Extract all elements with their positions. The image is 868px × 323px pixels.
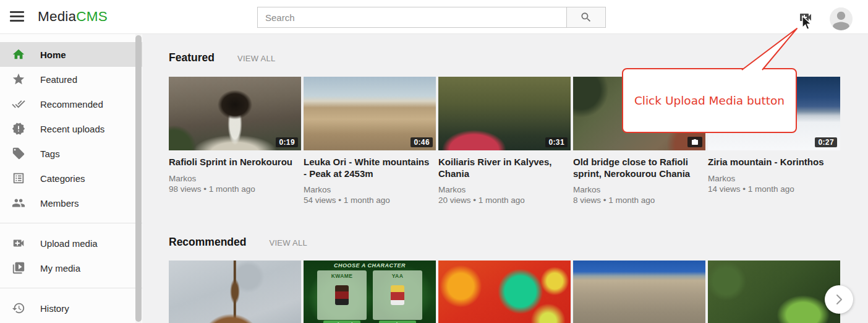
video-thumbnail[interactable]: 0:31	[438, 77, 571, 150]
media-author-link[interactable]: Markos	[304, 185, 436, 195]
annotation-text: Click Upload Media button	[634, 94, 785, 107]
sidebar-divider	[0, 223, 142, 223]
sidebar-item-recommended[interactable]: Recommended	[0, 92, 142, 116]
game-character-name: KWAME	[317, 273, 367, 279]
game-character-name: YAA	[373, 273, 422, 279]
sidebar-item-label: My media	[40, 263, 80, 273]
sidebar-item-label: Upload media	[40, 238, 98, 249]
app-logo[interactable]: MediaCMS	[38, 9, 108, 25]
media-title-link[interactable]: Old bridge close to Rafioli sprint, Nero…	[573, 157, 700, 179]
media-meta: 14 views • 1 month ago	[708, 184, 840, 194]
media-card: 0:31 Koiliaris River in Kalyves, Chania …	[438, 77, 571, 207]
person-icon	[830, 7, 853, 30]
top-bar: MediaCMS	[0, 0, 868, 34]
sidebar-item-recent-uploads[interactable]: Recent uploads	[0, 116, 142, 141]
media-card: 0:46 Leuka Ori - White mountains - Peak …	[304, 77, 436, 207]
game-character-panel: YAA	[373, 270, 422, 320]
upload-media-icon	[798, 10, 813, 25]
video-thumbnail[interactable]: 0:46	[304, 77, 436, 150]
featured-view-all-link[interactable]: VIEW ALL	[237, 54, 276, 63]
sidebar-item-tags[interactable]: Tags	[0, 141, 142, 166]
search-input[interactable]	[257, 7, 567, 28]
sidebar-item-label: Categories	[40, 173, 85, 184]
media-title-link[interactable]: Rafioli Sprint in Nerokourou	[169, 157, 296, 168]
sidebar-item-label: History	[40, 303, 69, 314]
sidebar-item-members[interactable]: Members	[0, 191, 142, 215]
camera-icon	[691, 139, 699, 146]
carousel-next-button[interactable]	[825, 285, 853, 314]
game-character-sprite	[391, 285, 404, 305]
video-library-icon	[12, 261, 25, 275]
media-card: 0:19 Rafioli Sprint in Nerokourou Markos…	[169, 77, 301, 207]
media-title-link[interactable]: Leuka Ori - White mountains - Peak at 24…	[304, 157, 431, 179]
people-icon	[12, 196, 25, 210]
video-thumbnail[interactable]	[438, 261, 571, 323]
sidebar-item-home[interactable]: Home	[0, 42, 142, 67]
logo-text-cms: CMS	[76, 9, 108, 24]
new-releases-icon	[12, 122, 25, 136]
media-meta: 98 views • 1 month ago	[169, 184, 301, 194]
duration-badge: 0:27	[815, 137, 837, 147]
mediacms-app: MediaCMS Home Featured Recommended	[0, 0, 868, 323]
section-title-featured: Featured	[169, 51, 215, 64]
video-thumbnail[interactable]: CHOOSE A CHARACTER KWAME YAA Selected Se…	[304, 261, 436, 323]
game-selected-button: Selected	[323, 321, 360, 323]
recommended-cards-row: CHOOSE A CHARACTER KWAME YAA Selected Se…	[169, 261, 868, 323]
star-icon	[12, 72, 25, 86]
search-bar	[257, 7, 606, 28]
media-meta: 20 views • 1 month ago	[438, 196, 571, 205]
media-author-link[interactable]: Markos	[169, 174, 301, 184]
logo-text-media: Media	[38, 9, 76, 24]
search-button[interactable]	[567, 7, 606, 28]
sidebar-item-label: Tags	[40, 149, 60, 159]
tag-icon	[12, 147, 25, 160]
game-select-button: Select	[379, 321, 416, 323]
sidebar-item-my-media[interactable]: My media	[0, 256, 142, 280]
sidebar-item-label: Members	[40, 198, 79, 209]
sidebar-divider	[0, 288, 142, 288]
upload-media-icon	[12, 236, 25, 250]
categories-icon	[12, 171, 25, 185]
game-character-panel: KWAME	[317, 270, 367, 320]
menu-icon[interactable]	[10, 11, 24, 22]
scrollbar-thumb[interactable]	[135, 35, 142, 322]
search-icon	[580, 11, 592, 24]
duration-badge: 0:46	[411, 137, 433, 147]
chevron-right-icon	[832, 292, 846, 307]
media-title-link[interactable]: Ziria mountain - Korinthos	[708, 157, 835, 168]
video-thumbnail[interactable]	[573, 261, 705, 323]
game-character-sprite	[335, 285, 349, 305]
sidebar-item-history[interactable]: History	[0, 296, 142, 321]
media-author-link[interactable]: Markos	[438, 185, 571, 195]
video-thumbnail[interactable]	[708, 261, 840, 323]
game-title-text: CHOOSE A CHARACTER	[304, 262, 436, 269]
upload-media-button[interactable]	[798, 10, 813, 25]
duration-badge: 0:31	[545, 137, 568, 147]
sidebar: Home Featured Recommended Recent uploads…	[0, 34, 142, 323]
recommended-section: Recommended VIEW ALL CHOOSE A CHARACTER …	[169, 235, 868, 323]
history-icon	[12, 301, 25, 315]
sidebar-item-label: Recommended	[40, 99, 103, 110]
media-author-link[interactable]: Markos	[573, 185, 705, 195]
duration-badge: 0:19	[276, 137, 298, 147]
double-check-icon	[12, 97, 25, 111]
sidebar-scrollbar[interactable]	[135, 34, 142, 323]
sidebar-item-categories[interactable]: Categories	[0, 166, 142, 191]
home-icon	[12, 48, 25, 61]
user-avatar[interactable]	[830, 7, 853, 30]
media-meta: 54 views • 1 month ago	[304, 196, 436, 205]
sidebar-item-label: Home	[40, 50, 66, 60]
sidebar-item-upload-media[interactable]: Upload media	[0, 231, 142, 256]
media-author-link[interactable]: Markos	[708, 174, 840, 184]
video-thumbnail[interactable]: 0:19	[169, 77, 301, 150]
sidebar-item-featured[interactable]: Featured	[0, 67, 142, 92]
annotation-callout: Click Upload Media button	[622, 68, 797, 133]
media-meta: 8 views • 1 month ago	[573, 196, 705, 205]
media-title-link[interactable]: Koiliaris River in Kalyves, Chania	[438, 157, 566, 179]
section-title-recommended: Recommended	[169, 235, 246, 249]
recommended-view-all-link[interactable]: VIEW ALL	[269, 238, 307, 248]
video-thumbnail[interactable]	[169, 261, 301, 323]
sidebar-item-label: Recent uploads	[40, 124, 104, 134]
sidebar-item-label: Featured	[40, 74, 77, 85]
image-media-badge	[687, 137, 702, 147]
